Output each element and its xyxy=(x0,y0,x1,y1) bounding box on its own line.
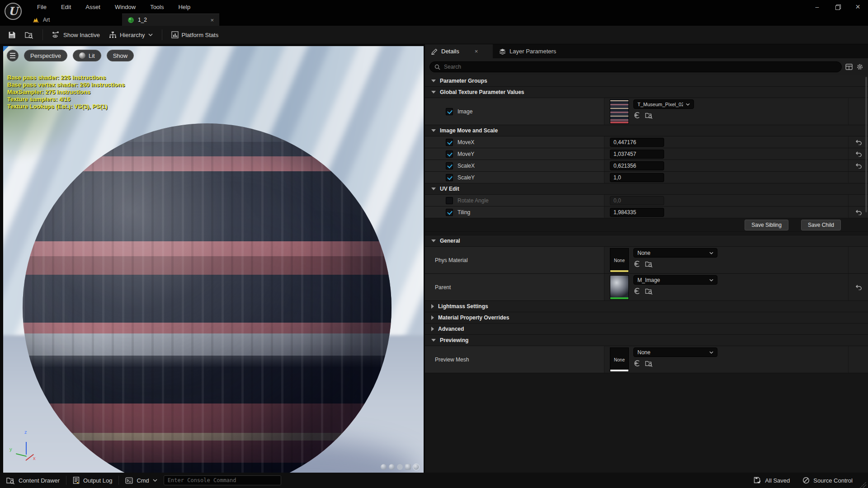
cube-shape-button[interactable] xyxy=(405,464,411,470)
search-input[interactable] xyxy=(444,64,837,70)
section-global-texture[interactable]: Global Texture Parameter Values xyxy=(425,87,868,98)
movex-override-checkbox[interactable] xyxy=(446,139,453,146)
output-log-button[interactable]: Output Log xyxy=(66,473,118,488)
phys-material-thumbnail[interactable]: None xyxy=(610,248,629,272)
tiling-override-checkbox[interactable] xyxy=(446,209,453,216)
preview-mesh-dropdown[interactable]: None xyxy=(633,347,717,357)
mesh-shape-button[interactable] xyxy=(413,464,419,470)
image-override-checkbox[interactable] xyxy=(446,108,453,115)
tab-layer-parameters[interactable]: Layer Parameters xyxy=(493,44,562,58)
texture-asset-dropdown[interactable]: T_Museum_Pixel_028 xyxy=(633,99,694,109)
reset-to-default-icon[interactable] xyxy=(855,140,862,145)
menu-file[interactable]: File xyxy=(32,2,52,12)
source-control-button[interactable]: Source Control xyxy=(796,473,859,488)
sphere-shape-button[interactable] xyxy=(389,464,395,470)
rotate-angle-override-checkbox[interactable] xyxy=(446,197,453,204)
details-search-row xyxy=(425,58,868,75)
save-status-icon xyxy=(754,477,761,484)
restore-button[interactable] xyxy=(827,0,848,14)
browse-to-asset-button[interactable] xyxy=(20,28,38,42)
section-material-property-overrides[interactable]: Material Property Overrides xyxy=(425,312,868,324)
preview-sphere xyxy=(23,123,392,473)
movey-input[interactable] xyxy=(610,150,664,159)
status-bar: Content Drawer Output Log Cmd xyxy=(0,473,868,488)
rotate-angle-input[interactable] xyxy=(610,196,664,205)
viewport-menu-button[interactable] xyxy=(7,50,19,61)
reset-to-default-icon[interactable] xyxy=(855,151,862,157)
section-advanced[interactable]: Advanced xyxy=(425,324,868,335)
param-row-parent: Parent M_Image xyxy=(425,274,868,301)
plane-shape-button[interactable] xyxy=(397,464,403,470)
browse-asset-icon[interactable] xyxy=(645,360,653,367)
tab-close-icon[interactable]: × xyxy=(210,17,214,23)
menu-bar: File Edit Asset Window Tools Help xyxy=(32,0,196,14)
scaley-input[interactable] xyxy=(610,173,664,182)
preview-mesh-thumbnail[interactable]: None xyxy=(610,347,629,372)
phys-material-dropdown[interactable]: None xyxy=(633,248,717,258)
y-axis-label: y xyxy=(9,446,12,452)
use-selected-asset-icon[interactable] xyxy=(633,112,641,119)
save-button[interactable] xyxy=(4,28,20,42)
axis-gizmo: z y x xyxy=(13,436,40,463)
stats-line: MaxSampler: 275 instructions xyxy=(7,89,125,96)
section-previewing[interactable]: Previewing xyxy=(425,335,868,346)
reset-to-default-icon[interactable] xyxy=(855,210,862,215)
movex-input[interactable] xyxy=(610,138,664,147)
resize-grip[interactable] xyxy=(860,482,866,488)
use-selected-asset-icon[interactable] xyxy=(633,287,641,295)
save-sibling-button[interactable]: Save Sibling xyxy=(745,220,788,230)
material-preview-viewport[interactable]: Perspective Lit Show Base pass shader: 2… xyxy=(3,46,424,473)
perspective-button[interactable]: Perspective xyxy=(24,50,67,61)
reset-to-default-icon[interactable] xyxy=(855,163,862,169)
section-uv-edit[interactable]: UV Edit xyxy=(425,183,868,195)
lit-button[interactable]: Lit xyxy=(73,50,101,61)
scalex-override-checkbox[interactable] xyxy=(446,162,453,169)
cmd-button[interactable]: Cmd xyxy=(119,473,163,488)
platform-stats-button[interactable]: Platform Stats xyxy=(167,28,223,41)
minimize-button[interactable]: – xyxy=(807,0,827,14)
browse-asset-icon[interactable] xyxy=(645,287,653,295)
menu-window[interactable]: Window xyxy=(109,2,141,12)
browse-asset-icon[interactable] xyxy=(645,112,653,119)
content-drawer-button[interactable]: Content Drawer xyxy=(0,473,66,488)
tab-1-2-label: 1_2 xyxy=(138,17,147,23)
parent-material-dropdown[interactable]: M_Image xyxy=(633,275,717,285)
use-selected-asset-icon[interactable] xyxy=(633,260,641,267)
display-options-icon[interactable] xyxy=(845,64,853,70)
texture-thumbnail[interactable] xyxy=(610,99,629,124)
all-saved-button[interactable]: All Saved xyxy=(747,473,796,488)
gear-icon[interactable] xyxy=(856,63,863,70)
menu-edit[interactable]: Edit xyxy=(56,2,76,12)
hierarchy-button[interactable]: Hierarchy xyxy=(104,28,157,41)
expanded-arrow-icon xyxy=(431,91,436,94)
close-button[interactable]: × xyxy=(848,0,868,14)
details-tab-close-icon[interactable]: × xyxy=(475,48,478,55)
save-child-button[interactable]: Save Child xyxy=(801,220,841,230)
menu-tools[interactable]: Tools xyxy=(145,2,169,12)
show-button[interactable]: Show xyxy=(107,50,134,61)
tiling-input[interactable] xyxy=(610,208,664,217)
console-command-input[interactable] xyxy=(164,475,281,485)
section-general[interactable]: General xyxy=(425,235,868,247)
tab-1-2[interactable]: 1_2 × xyxy=(122,14,219,26)
browse-asset-icon[interactable] xyxy=(645,260,653,267)
save-icon xyxy=(8,31,16,39)
use-selected-asset-icon[interactable] xyxy=(633,360,641,367)
cylinder-shape-button[interactable] xyxy=(381,464,387,470)
search-box[interactable] xyxy=(429,61,842,72)
tab-art[interactable]: Art xyxy=(27,14,118,26)
movey-override-checkbox[interactable] xyxy=(446,150,453,158)
section-parameter-groups[interactable]: Parameter Groups xyxy=(425,75,868,87)
menu-help[interactable]: Help xyxy=(173,2,196,12)
scalex-input[interactable] xyxy=(610,161,664,170)
tab-details-label: Details xyxy=(441,48,459,55)
parent-material-thumbnail[interactable] xyxy=(610,275,629,300)
menu-asset[interactable]: Asset xyxy=(80,2,106,12)
section-lightmass-settings[interactable]: Lightmass Settings xyxy=(425,301,868,312)
reset-to-default-icon[interactable] xyxy=(855,285,862,290)
section-image-move-scale[interactable]: Image Move and Scale xyxy=(425,125,868,136)
show-inactive-button[interactable]: Show Inactive xyxy=(47,28,104,41)
details-scrollbar[interactable] xyxy=(865,77,867,212)
scaley-override-checkbox[interactable] xyxy=(446,174,453,181)
tab-details[interactable]: Details × xyxy=(425,44,493,58)
